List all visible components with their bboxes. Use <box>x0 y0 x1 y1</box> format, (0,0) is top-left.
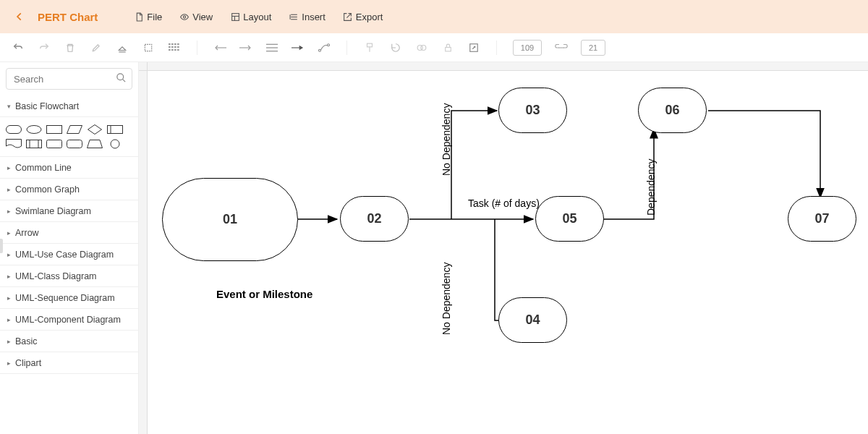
section-label: Clipart <box>15 358 41 368</box>
select-button[interactable] <box>142 41 155 54</box>
svg-marker-28 <box>299 46 302 49</box>
toolbar-separator <box>197 41 197 55</box>
svg-rect-49 <box>47 140 62 148</box>
sidebar-section-swimlane[interactable]: ▸Swimlane Diagram <box>0 200 138 222</box>
svg-rect-12 <box>174 43 176 45</box>
node-03[interactable]: 03 <box>498 88 567 133</box>
shape-rect[interactable] <box>46 124 62 135</box>
menu-label: Export <box>356 12 383 22</box>
section-label: UML-Component Diagram <box>15 315 121 325</box>
section-label: Basic <box>15 336 38 346</box>
menu-layout[interactable]: Layout <box>230 12 271 22</box>
shape-card[interactable] <box>107 124 123 135</box>
shape-roundrect[interactable] <box>46 139 62 149</box>
format-painter-button[interactable] <box>363 41 376 54</box>
expand-button[interactable] <box>467 41 480 54</box>
svg-rect-44 <box>108 126 123 134</box>
svg-rect-31 <box>367 43 373 47</box>
shape-doc[interactable] <box>6 139 22 149</box>
page-title: PERT Chart <box>38 11 98 23</box>
menu-view[interactable]: View <box>179 12 213 22</box>
grid-button[interactable] <box>168 41 181 54</box>
shape-oval[interactable] <box>26 124 42 135</box>
svg-rect-15 <box>171 46 174 48</box>
line-style-button[interactable] <box>265 41 278 54</box>
node-06[interactable]: 06 <box>638 88 707 133</box>
height-input[interactable] <box>581 40 605 56</box>
lock-button[interactable] <box>441 41 454 54</box>
svg-point-0 <box>184 15 186 17</box>
rotate-button[interactable] <box>389 41 402 54</box>
arrow-left-button[interactable] <box>213 41 226 54</box>
section-label: Basic Flowchart <box>15 101 79 111</box>
section-label: Arrow <box>15 228 39 238</box>
redo-button[interactable] <box>38 41 51 54</box>
sidebar-section-uml-sequence[interactable]: ▸UML-Sequence Diagram <box>0 287 138 309</box>
svg-rect-13 <box>177 43 179 45</box>
back-button[interactable] <box>9 6 30 27</box>
chevron-right-icon: ▸ <box>7 273 11 280</box>
main-area: ▾Basic Flowchart ▸Common Line ▸Common Gr… <box>0 62 868 434</box>
shape-parallelogram[interactable] <box>67 124 82 135</box>
section-label: Common Line <box>15 163 72 173</box>
shape-data[interactable] <box>26 139 42 149</box>
shape-trap[interactable] <box>87 139 103 149</box>
chevron-right-icon: ▸ <box>7 251 11 258</box>
toolbar <box>0 33 868 62</box>
connector-button[interactable] <box>292 41 305 54</box>
eye-icon <box>179 12 190 22</box>
chevron-right-icon: ▸ <box>7 229 11 237</box>
svg-point-33 <box>421 45 426 50</box>
sidebar-section-clipart[interactable]: ▸Clipart <box>0 352 138 374</box>
menu-label: Layout <box>243 12 271 22</box>
edit-button[interactable] <box>90 41 103 54</box>
svg-marker-42 <box>67 126 82 134</box>
group-button[interactable] <box>415 41 428 54</box>
arrow-right-button[interactable] <box>239 41 252 54</box>
sidebar-section-uml-class[interactable]: ▸UML-Class Diagram <box>0 265 138 287</box>
canvas-area[interactable]: 01 02 03 04 05 06 07 Event or Milestone … <box>139 62 868 434</box>
node-02[interactable]: 02 <box>340 196 409 242</box>
sidebar-resize-handle[interactable] <box>0 239 3 253</box>
sidebar-section-uml-usecase[interactable]: ▸UML-Use Case Diagram <box>0 244 138 265</box>
sidebar-section-basic[interactable]: ▸Basic <box>0 331 138 352</box>
ruler-top <box>148 62 868 71</box>
svg-marker-43 <box>88 125 102 135</box>
menu-label: File <box>147 12 162 22</box>
delete-button[interactable] <box>64 41 77 54</box>
shape-circle[interactable] <box>107 139 123 149</box>
menu-file[interactable]: File <box>134 12 162 22</box>
node-01[interactable]: 01 <box>162 178 298 261</box>
curve-button[interactable] <box>318 41 331 54</box>
canvas[interactable]: 01 02 03 04 05 06 07 Event or Milestone … <box>148 71 868 434</box>
search-input[interactable] <box>6 68 132 90</box>
section-label: UML-Sequence Diagram <box>15 293 115 303</box>
section-label: Common Graph <box>15 184 80 195</box>
chevron-right-icon: ▸ <box>7 164 11 171</box>
shape-pill[interactable] <box>6 124 22 135</box>
menu-insert[interactable]: Insert <box>289 12 326 22</box>
sidebar-section-uml-component[interactable]: ▸UML-Component Diagram <box>0 309 138 331</box>
node-07[interactable]: 07 <box>788 196 856 242</box>
svg-rect-39 <box>7 126 22 134</box>
sidebar-section-arrow[interactable]: ▸Arrow <box>0 222 138 244</box>
undo-button[interactable] <box>12 41 25 54</box>
menu-export[interactable]: Export <box>343 12 383 22</box>
section-label: UML-Use Case Diagram <box>15 250 114 260</box>
node-04[interactable]: 04 <box>498 297 567 343</box>
svg-rect-21 <box>177 49 179 51</box>
link-dimensions-icon[interactable] <box>555 43 568 53</box>
shape-diamond[interactable] <box>87 124 103 135</box>
sidebar-section-common-line[interactable]: ▸Common Line <box>0 157 138 179</box>
sidebar-section-basic-flowchart[interactable]: ▾Basic Flowchart <box>0 95 138 117</box>
width-input[interactable] <box>513 40 542 56</box>
shape-roundrect2[interactable] <box>67 139 82 149</box>
fill-button[interactable] <box>116 41 129 54</box>
svg-point-30 <box>328 43 330 46</box>
chevron-right-icon: ▸ <box>7 338 11 345</box>
svg-rect-46 <box>27 140 42 148</box>
sidebar-section-common-graph[interactable]: ▸Common Graph <box>0 179 138 200</box>
menu-label: View <box>192 12 213 22</box>
node-05[interactable]: 05 <box>535 196 604 242</box>
svg-rect-19 <box>171 49 174 51</box>
